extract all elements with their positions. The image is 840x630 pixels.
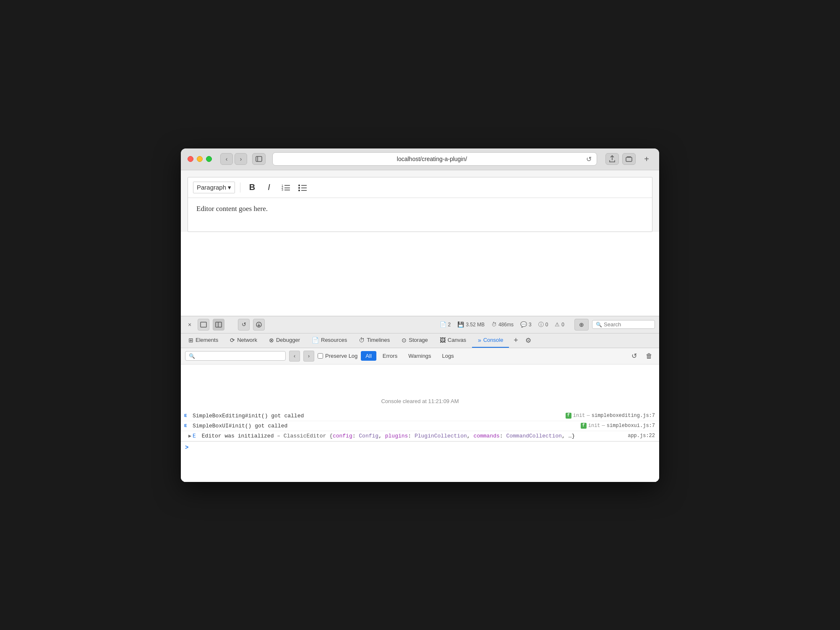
tab-canvas[interactable]: 🖼 Canvas <box>434 333 472 348</box>
console-messages-stat: 💬 3 <box>520 321 532 328</box>
network-icon: ⟳ <box>230 337 235 344</box>
tab-storage[interactable]: ⊙ Storage <box>396 333 434 348</box>
share-button[interactable] <box>605 153 619 165</box>
console-messages-count: 3 <box>529 322 532 328</box>
unordered-list-icon <box>298 183 307 192</box>
entry-2-badge: f <box>581 423 587 429</box>
ordered-list-button[interactable]: 1 2 3 <box>279 181 292 194</box>
console-search[interactable]: 🔍 <box>185 351 286 361</box>
entry-3-open: { <box>329 433 333 439</box>
console-search-input[interactable] <box>197 353 281 359</box>
entry-1-file: simpleboxediting.js:7 <box>592 413 655 419</box>
preserve-log-label[interactable]: Preserve Log <box>318 353 357 359</box>
entry-3-val1: Config <box>359 433 378 439</box>
filter-logs-button[interactable]: Logs <box>438 351 459 361</box>
unordered-list-button[interactable] <box>296 181 309 194</box>
console-entry-1: E SimpleBoxEditing#init() got called f i… <box>181 411 659 421</box>
tab-elements-label: Elements <box>196 337 218 343</box>
devtools-search-icon: 🔍 <box>596 322 602 328</box>
entry-1-source-label: init <box>573 413 585 419</box>
entry-1-sep: — <box>587 413 590 419</box>
devtools-dock-single-button[interactable] <box>198 319 209 331</box>
editor-wrapper: Paragraph ▾ B I 1 2 3 <box>181 170 659 232</box>
entry-3-comma3: , <box>562 433 569 439</box>
filter-all-button[interactable]: All <box>361 351 376 361</box>
memory-stat: 💾 3.52 MB <box>457 321 485 328</box>
tab-resources[interactable]: 📄 Resources <box>306 333 353 348</box>
devtools-target-button[interactable]: ⊕ <box>574 319 589 331</box>
console-reload-button[interactable]: ↺ <box>628 350 640 362</box>
new-tab-button[interactable]: + <box>641 153 652 165</box>
console-filter-buttons: All Errors Warnings Logs <box>361 351 458 361</box>
devtools-download-button[interactable] <box>253 319 265 331</box>
devtools-toolbar: × ↺ <box>181 316 659 333</box>
forward-button[interactable]: › <box>235 153 247 165</box>
bold-button[interactable]: B <box>245 181 259 194</box>
preserve-log-text: Preserve Log <box>325 353 357 359</box>
storage-icon: ⊙ <box>402 337 407 344</box>
devtools-add-tab-button[interactable]: + <box>510 335 522 346</box>
console-input[interactable] <box>192 444 655 450</box>
reload-button[interactable]: ↺ <box>586 155 592 163</box>
new-tab-overview-button[interactable] <box>622 153 636 165</box>
tab-debugger-label: Debugger <box>276 337 300 343</box>
tab-timelines[interactable]: ⏱ Timelines <box>353 333 396 348</box>
requests-icon: 📄 <box>440 321 446 328</box>
devtools-reload-button[interactable]: ↺ <box>238 319 250 331</box>
messages-icon: 💬 <box>520 321 527 328</box>
close-window-button[interactable] <box>188 156 193 162</box>
tab-timelines-label: Timelines <box>367 337 390 343</box>
entry-3-message: Editor was initialized – ClassicEditor {… <box>202 433 621 439</box>
filter-warnings-button[interactable]: Warnings <box>404 351 436 361</box>
console-cleared-message: Console cleared at 11:21:09 AM <box>181 364 659 411</box>
elements-icon: ⊞ <box>188 337 193 344</box>
svg-point-14 <box>298 190 300 191</box>
console-prev-button[interactable]: ‹ <box>289 351 300 362</box>
tab-elements[interactable]: ⊞ Elements <box>183 333 224 348</box>
nav-buttons: ‹ › <box>220 153 247 165</box>
errors-stat: ⓘ 0 <box>538 321 548 328</box>
tab-debugger[interactable]: ⊗ Debugger <box>263 333 306 348</box>
back-button[interactable]: ‹ <box>220 153 233 165</box>
svg-rect-3 <box>627 156 631 157</box>
entry-1-source: f init — simpleboxediting.js:7 <box>566 413 655 419</box>
devtools-search[interactable]: 🔍 <box>592 320 655 329</box>
entry-3-sep1: : <box>352 433 359 439</box>
devtools-dock-side-button[interactable] <box>213 319 224 331</box>
devtools-settings-button[interactable]: ⚙ <box>522 335 534 346</box>
tab-console[interactable]: » Console <box>472 333 509 348</box>
entry-1-icon: E <box>184 413 187 418</box>
chevron-down-icon: ▾ <box>228 184 231 191</box>
load-time-stat: ⏱ 486ms <box>491 321 514 328</box>
editor-content[interactable]: Editor content goes here. <box>188 198 652 232</box>
entry-3-val2: PluginCollection <box>415 433 467 439</box>
devtools-search-input[interactable] <box>604 321 654 328</box>
requests-count: 2 <box>448 322 451 328</box>
entry-3-file: app.js:22 <box>628 433 655 439</box>
sidebar-toggle-button[interactable] <box>252 153 266 165</box>
minimize-window-button[interactable] <box>197 156 203 162</box>
url-bar[interactable]: localhost/creating-a-plugin/ ↺ <box>272 152 597 166</box>
italic-button[interactable]: I <box>262 181 276 194</box>
download-icon <box>256 321 262 328</box>
devtools-close-button[interactable]: × <box>185 320 194 329</box>
warnings-icon: ⚠ <box>555 321 560 328</box>
entry-1-badge: f <box>566 413 571 419</box>
console-clear-button[interactable]: 🗑 <box>643 350 655 362</box>
entry-2-file: simpleboxui.js:7 <box>607 423 655 429</box>
console-entry-2: E SimpleBoxUI#init() got called f init —… <box>181 421 659 431</box>
tab-resources-label: Resources <box>321 337 347 343</box>
console-next-button[interactable]: › <box>303 351 314 362</box>
filter-errors-button[interactable]: Errors <box>378 351 402 361</box>
entry-3-prefix: Editor was initialized <box>202 433 274 439</box>
ordered-list-icon: 1 2 3 <box>281 183 290 192</box>
paragraph-format-select[interactable]: Paragraph ▾ <box>193 182 235 193</box>
svg-point-10 <box>298 185 300 186</box>
tab-network[interactable]: ⟳ Network <box>224 333 263 348</box>
preserve-log-checkbox[interactable] <box>318 353 323 359</box>
back-icon: ‹ <box>226 156 228 162</box>
editor-toolbar: Paragraph ▾ B I 1 2 3 <box>188 177 652 198</box>
expand-toggle-icon[interactable]: ▶ <box>188 433 191 439</box>
maximize-window-button[interactable] <box>206 156 212 162</box>
memory-icon: 💾 <box>457 321 464 328</box>
